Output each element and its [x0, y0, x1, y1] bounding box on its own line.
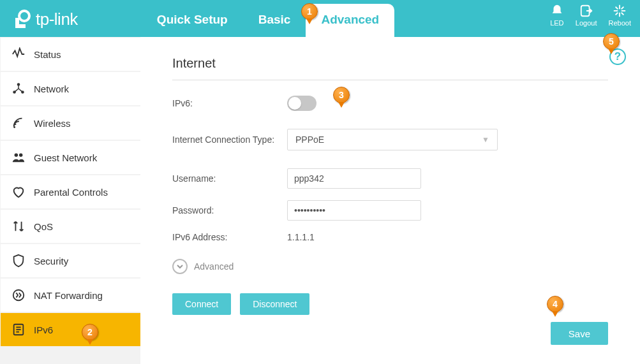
conn-type-value: PPPoE [295, 135, 324, 145]
chevron-down-icon: ▼ [482, 135, 489, 144]
sidebar-item-label: Security [34, 256, 68, 266]
bell-icon [550, 4, 564, 18]
led-button[interactable]: LED [550, 4, 564, 27]
conn-type-label: Internet Connection Type: [172, 135, 287, 145]
svg-point-12 [17, 83, 20, 86]
qos-icon [11, 219, 26, 234]
tab-basic[interactable]: Basic [243, 13, 306, 37]
reboot-icon [613, 4, 627, 18]
username-input[interactable] [287, 168, 421, 189]
sidebar-item-parental-controls[interactable]: Parental Controls [1, 175, 140, 208]
conn-type-select[interactable]: PPPoE ▼ [287, 129, 498, 150]
sidebar-item-guest-network[interactable]: Guest Network [1, 141, 140, 174]
reboot-button[interactable]: Reboot [609, 4, 631, 27]
sidebar: Status Network Wireless Guest Network Pa… [0, 37, 140, 364]
tab-quick-setup[interactable]: Quick Setup [142, 13, 243, 37]
status-icon [11, 47, 26, 62]
svg-point-16 [15, 154, 18, 157]
sidebar-item-qos[interactable]: QoS [1, 210, 140, 243]
connection-buttons: Connect Disconnect [172, 293, 608, 315]
header: tp-link Quick Setup Basic Advanced LED L… [0, 0, 640, 37]
help-button[interactable]: ? [609, 48, 626, 65]
sidebar-item-ipv6[interactable]: IPv6 [1, 313, 140, 346]
chevron-down-circle-icon [172, 259, 188, 274]
sidebar-item-security[interactable]: Security [1, 244, 140, 277]
advanced-label: Advanced [194, 261, 234, 272]
disconnect-button[interactable]: Disconnect [240, 293, 309, 315]
sidebar-item-label: Wireless [34, 118, 71, 129]
sidebar-item-wireless[interactable]: Wireless [1, 106, 140, 140]
tplink-logo-icon [11, 9, 32, 29]
shield-icon [11, 253, 26, 268]
sidebar-item-label: Parental Controls [34, 187, 108, 198]
parental-icon [11, 184, 26, 200]
ipv6-label: IPv6: [172, 98, 287, 108]
svg-point-15 [13, 126, 15, 128]
network-icon [11, 81, 26, 96]
logout-icon [579, 4, 593, 18]
advanced-section-toggle[interactable]: Advanced [172, 259, 608, 274]
password-input[interactable] [287, 200, 421, 221]
logout-button[interactable]: Logout [576, 4, 597, 27]
sidebar-item-nat-forwarding[interactable]: NAT Forwarding [1, 279, 140, 312]
top-tabs: Quick Setup Basic Advanced [142, 0, 394, 37]
sidebar-item-network[interactable]: Network [1, 72, 140, 105]
sidebar-item-label: Status [34, 49, 61, 60]
sidebar-item-label: Guest Network [34, 152, 97, 163]
svg-rect-2 [15, 24, 26, 28]
guest-icon [11, 150, 26, 165]
brand-text: tp-link [36, 10, 78, 29]
sidebar-item-status[interactable]: Status [1, 38, 140, 71]
svg-line-8 [616, 7, 618, 10]
wireless-icon [11, 115, 26, 131]
tab-advanced[interactable]: Advanced [306, 4, 394, 37]
svg-line-9 [621, 13, 624, 15]
svg-point-0 [19, 11, 29, 21]
password-label: Password: [172, 205, 287, 215]
sidebar-item-label: NAT Forwarding [34, 290, 103, 301]
page-title: Internet [172, 56, 608, 80]
sidebar-item-label: IPv6 [34, 324, 53, 335]
header-actions: LED Logout Reboot [550, 4, 631, 27]
nat-icon [11, 288, 26, 303]
svg-line-10 [616, 13, 618, 15]
content-area: ? Internet IPv6: Internet Connection Typ… [140, 37, 640, 364]
connect-button[interactable]: Connect [172, 293, 231, 315]
ipv6-addr-value: 1.1.1.1 [287, 232, 315, 242]
brand-logo: tp-link [11, 9, 78, 29]
svg-line-11 [621, 7, 624, 10]
ipv6-toggle[interactable] [287, 96, 316, 111]
ipv6-addr-label: IPv6 Address: [172, 232, 287, 242]
ipv6-icon [11, 322, 26, 337]
username-label: Username: [172, 173, 287, 184]
sidebar-item-label: Network [34, 84, 69, 94]
svg-point-17 [19, 154, 22, 157]
save-button[interactable]: Save [551, 322, 608, 345]
sidebar-item-label: QoS [34, 221, 53, 232]
